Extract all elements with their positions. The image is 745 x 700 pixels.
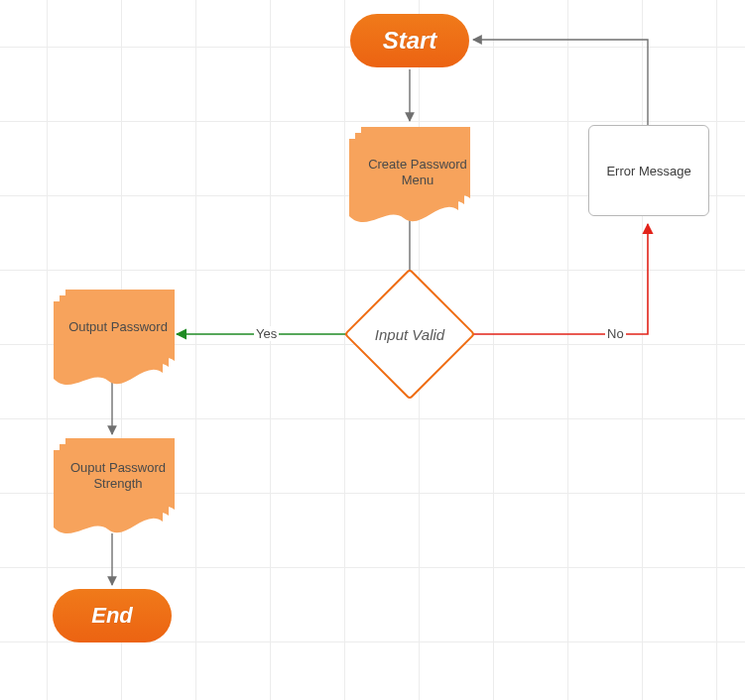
node-start-label: Start (383, 27, 437, 55)
node-input-valid-label: Input Valid (363, 288, 456, 381)
node-error-message-label: Error Message (606, 164, 690, 178)
edge-label-no: No (605, 326, 626, 341)
node-output-password[interactable]: Output Password (63, 319, 173, 335)
node-end[interactable]: End (53, 589, 172, 642)
edge-label-yes: Yes (254, 326, 279, 341)
node-create-password-menu[interactable]: Create Password Menu (363, 157, 472, 189)
flowchart-canvas: Create Password Menu Output Password Oup… (0, 0, 745, 700)
node-start[interactable]: Start (350, 14, 469, 67)
node-input-valid[interactable]: Input Valid (363, 288, 456, 381)
node-error-message[interactable]: Error Message (588, 125, 709, 216)
node-output-password-strength[interactable]: Ouput Password Strength (63, 460, 173, 493)
node-end-label: End (91, 603, 133, 629)
